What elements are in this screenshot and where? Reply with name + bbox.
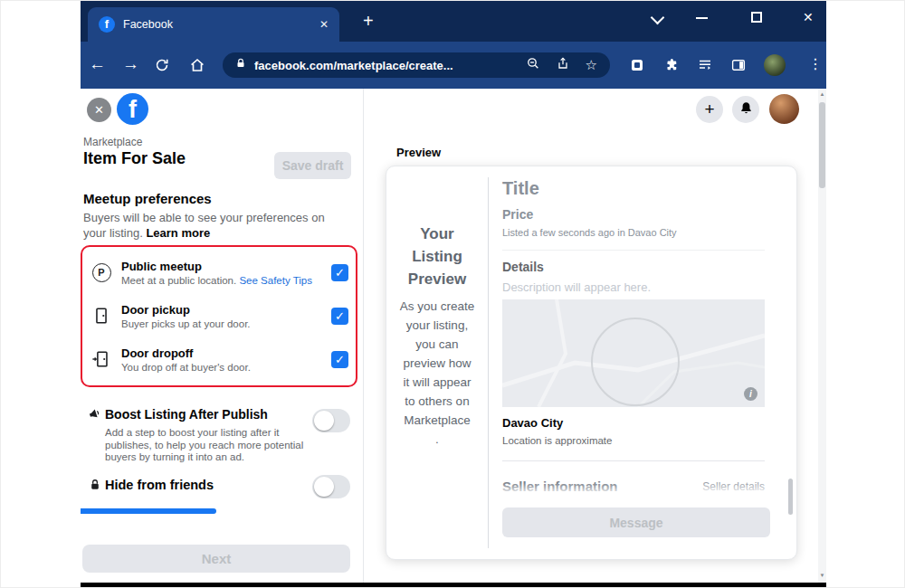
divider xyxy=(502,460,765,461)
composer-progress-bar xyxy=(81,508,216,514)
boost-listing-description: Add a step to boost your listing after i… xyxy=(105,427,304,464)
boost-listing-toggle[interactable] xyxy=(312,409,350,432)
fade-overlay xyxy=(502,483,770,501)
titlebar-chevron-icon[interactable] xyxy=(651,11,665,25)
browser-profile-avatar[interactable] xyxy=(764,54,786,76)
description-placeholder: Description will appear here. xyxy=(502,280,651,294)
meetup-preferences-title: Meetup preferences xyxy=(83,191,212,206)
browser-titlebar: f Facebook ✕ + ✕ xyxy=(81,1,826,42)
hide-from-friends-toggle[interactable] xyxy=(312,475,350,498)
listing-price-placeholder: Price xyxy=(502,207,533,222)
page-scrollbar-thumb[interactable] xyxy=(819,102,825,188)
extensions-puzzle-icon[interactable] xyxy=(663,57,680,77)
divider xyxy=(502,250,765,251)
option-label: Public meetup xyxy=(121,260,312,273)
next-button[interactable]: Next xyxy=(82,545,350,573)
window-minimize-button[interactable] xyxy=(696,17,708,19)
location-city: Davao City xyxy=(502,416,563,430)
forward-button[interactable]: → xyxy=(122,54,139,74)
url-text[interactable]: facebook.com/marketplace/create... xyxy=(254,59,453,72)
scroll-down-arrow[interactable]: ▼ xyxy=(818,573,826,578)
learn-more-link[interactable]: Learn more xyxy=(146,226,210,240)
megaphone-icon xyxy=(87,406,102,425)
browser-window: f Facebook ✕ + ✕ ← → xyxy=(81,1,826,588)
save-draft-button[interactable]: Save draft xyxy=(274,152,351,179)
door-pickup-checkbox[interactable]: ✓ xyxy=(331,308,348,325)
home-button[interactable] xyxy=(189,57,205,77)
location-note: Location is approximate xyxy=(502,435,612,446)
meetup-preferences-description: Buyers will be able to see your preferen… xyxy=(83,210,348,241)
option-desc-text: Meet at a public location. xyxy=(121,275,236,286)
listing-title-placeholder: Title xyxy=(502,178,539,199)
media-queue-icon[interactable] xyxy=(697,57,713,77)
facebook-logo[interactable]: f xyxy=(117,93,148,125)
address-bar[interactable]: facebook.com/marketplace/create... ☆ xyxy=(223,52,610,78)
safety-tips-link[interactable]: See Safety Tips xyxy=(239,275,312,286)
bell-icon xyxy=(738,100,754,119)
option-door-pickup[interactable]: Door pickup Buyer picks up at your door.… xyxy=(90,296,348,336)
ssl-lock-icon[interactable] xyxy=(235,57,246,73)
preview-card-scrollbar-thumb[interactable] xyxy=(788,479,793,515)
create-plus-button[interactable]: + xyxy=(696,96,723,123)
option-description: Meet at a public location. See Safety Ti… xyxy=(121,275,312,286)
preview-intro-title: Your Listing Preview xyxy=(399,223,475,290)
listing-preview-body: Title Price Listed a few seconds ago in … xyxy=(502,166,770,559)
listing-composer-panel: ✕ f Marketplace Item For Sale Save draft… xyxy=(81,89,364,583)
option-description: Buyer picks up at your door. xyxy=(121,318,251,329)
map-info-icon[interactable]: i xyxy=(744,387,757,401)
share-icon[interactable] xyxy=(556,56,570,74)
option-public-meetup[interactable]: P Public meetup Meet at a public locatio… xyxy=(90,252,348,292)
door-dropoff-checkbox[interactable]: ✓ xyxy=(331,351,348,368)
preview-intro-period: . xyxy=(399,430,475,449)
door-pickup-icon xyxy=(90,305,112,327)
back-button[interactable]: ← xyxy=(89,54,106,74)
facebook-favicon-icon: f xyxy=(99,16,115,33)
location-map: i xyxy=(502,299,765,407)
composer-close-button[interactable]: ✕ xyxy=(87,98,111,122)
scroll-up-arrow[interactable]: ▲ xyxy=(818,91,826,97)
browser-toolbar: ← → facebook.com/marketpla xyxy=(81,42,826,89)
option-door-dropoff[interactable]: Door dropoff You drop off at buyer's doo… xyxy=(90,339,348,379)
bookmark-star-icon[interactable]: ☆ xyxy=(586,58,597,72)
public-meetup-icon: P xyxy=(90,261,112,283)
preview-intro-description: As you create your listing, you can prev… xyxy=(399,297,475,430)
option-description: You drop off at buyer's door. xyxy=(121,362,251,373)
message-button[interactable]: Message xyxy=(502,507,770,537)
listing-preview-card: Your Listing Preview As you create your … xyxy=(386,166,797,560)
zoom-out-icon[interactable] xyxy=(526,56,540,74)
hide-from-friends-title: Hide from friends xyxy=(105,478,214,492)
tab-close-icon[interactable]: ✕ xyxy=(319,18,329,31)
breadcrumb: Marketplace xyxy=(83,136,142,148)
user-avatar[interactable] xyxy=(769,94,799,124)
details-heading: Details xyxy=(502,260,544,274)
option-label: Door pickup xyxy=(121,303,251,317)
page-content: ✕ f Marketplace Item For Sale Save draft… xyxy=(81,89,826,583)
window-close-button[interactable]: ✕ xyxy=(803,10,814,24)
screenshot-canvas: f Facebook ✕ + ✕ ← → xyxy=(0,0,905,588)
option-label: Door dropoff xyxy=(121,346,251,360)
preview-intro-pane: Your Listing Preview As you create your … xyxy=(386,166,488,559)
meetup-options-highlight: P Public meetup Meet at a public locatio… xyxy=(81,245,357,387)
lock-icon xyxy=(89,478,101,496)
window-maximize-button[interactable] xyxy=(751,12,762,23)
browser-menu-icon[interactable]: ⋮ xyxy=(808,55,823,72)
new-tab-button[interactable]: + xyxy=(363,11,374,32)
boost-listing-title: Boost Listing After Publish xyxy=(105,407,268,422)
preview-label: Preview xyxy=(396,146,441,159)
side-panel-icon[interactable] xyxy=(730,57,747,77)
listing-meta: Listed a few seconds ago in Davao City xyxy=(502,227,677,238)
preview-divider xyxy=(488,177,489,548)
page-title: Item For Sale xyxy=(83,149,186,168)
door-dropoff-icon xyxy=(90,348,112,370)
extension-icon[interactable] xyxy=(629,57,645,77)
notifications-button[interactable] xyxy=(732,96,759,123)
public-meetup-checkbox[interactable]: ✓ xyxy=(331,264,348,281)
taskbar-strip xyxy=(81,583,826,588)
tab-title: Facebook xyxy=(123,18,311,31)
reload-button[interactable] xyxy=(154,57,170,77)
map-roads xyxy=(502,299,765,407)
browser-tab-facebook[interactable]: f Facebook ✕ xyxy=(88,7,339,42)
